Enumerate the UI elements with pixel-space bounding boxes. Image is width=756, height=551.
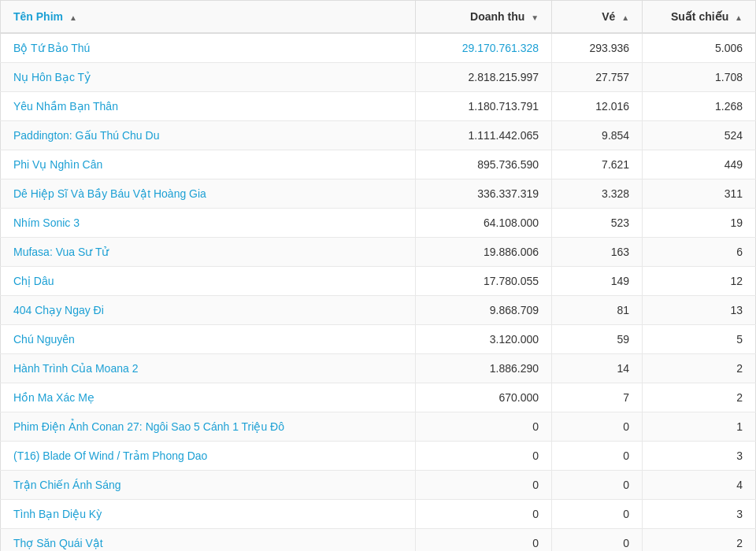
header-ve[interactable]: Vé ▲: [552, 1, 643, 34]
cell-ten-phim[interactable]: Mufasa: Vua Sư Tử: [1, 238, 416, 267]
cell-suat-chieu: 1.268: [643, 92, 756, 121]
table-row: Nụ Hôn Bạc Tỷ2.818.215.99727.7571.708: [1, 63, 756, 92]
table-row: Nhím Sonic 364.108.00052319: [1, 209, 756, 238]
movie-name-link[interactable]: Yêu Nhầm Bạn Thân: [13, 100, 118, 113]
table-row: Bộ Tứ Bảo Thú29.170.761.328293.9365.006: [1, 33, 756, 63]
sort-asc-icon-suat: ▲: [735, 13, 743, 22]
cell-doanh-thu: 0: [416, 529, 552, 552]
cell-doanh-thu: 64.108.000: [416, 209, 552, 238]
cell-doanh-thu: 670.000: [416, 383, 552, 412]
cell-doanh-thu: 336.337.319: [416, 179, 552, 209]
movie-name-link[interactable]: Hồn Ma Xác Mẹ: [13, 391, 94, 404]
cell-ten-phim[interactable]: Chị Dâu: [1, 267, 416, 296]
cell-ten-phim[interactable]: Phi Vụ Nghìn Cân: [1, 150, 416, 179]
cell-ten-phim[interactable]: Bộ Tứ Bảo Thú: [1, 33, 416, 63]
cell-doanh-thu: 0: [416, 412, 552, 442]
cell-ten-phim[interactable]: (T16) Blade Of Wind / Trảm Phong Dao: [1, 442, 416, 471]
cell-ve: 59: [552, 325, 643, 354]
cell-ten-phim[interactable]: Hành Trình Của Moana 2: [1, 354, 416, 383]
cell-doanh-thu: 1.886.290: [416, 354, 552, 383]
cell-suat-chieu: 3: [643, 442, 756, 471]
sort-desc-icon: ▼: [531, 13, 539, 22]
cell-ten-phim[interactable]: Trận Chiến Ánh Sáng: [1, 471, 416, 500]
movie-name-link[interactable]: Thợ Săn Quái Vật: [13, 537, 103, 549]
movie-name-link[interactable]: Tình Bạn Diệu Kỳ: [13, 508, 102, 520]
table-row: Dê Hiệp Sĩ Và Bầy Báu Vật Hoàng Gia336.3…: [1, 179, 756, 209]
cell-ve: 0: [552, 471, 643, 500]
movie-name-link[interactable]: Bộ Tứ Bảo Thú: [13, 42, 90, 54]
table-row: 404 Chạy Ngay Đi9.868.7098113: [1, 296, 756, 325]
cell-ten-phim[interactable]: Hồn Ma Xác Mẹ: [1, 383, 416, 412]
cell-doanh-thu: 895.736.590: [416, 150, 552, 179]
header-suat-chieu[interactable]: Suất chiếu ▲: [643, 1, 756, 34]
cell-suat-chieu: 449: [643, 150, 756, 179]
cell-ve: 163: [552, 238, 643, 267]
movie-name-link[interactable]: Chú Nguyên: [13, 333, 75, 346]
cell-suat-chieu: 2: [643, 354, 756, 383]
cell-suat-chieu: 3: [643, 500, 756, 529]
cell-doanh-thu: 0: [416, 442, 552, 471]
cell-ve: 0: [552, 412, 643, 442]
cell-suat-chieu: 12: [643, 267, 756, 296]
table-row: Trận Chiến Ánh Sáng004: [1, 471, 756, 500]
cell-doanh-thu: 9.868.709: [416, 296, 552, 325]
cell-ve: 149: [552, 267, 643, 296]
cell-ten-phim[interactable]: 404 Chạy Ngay Đi: [1, 296, 416, 325]
cell-suat-chieu: 1: [643, 412, 756, 442]
cell-ve: 523: [552, 209, 643, 238]
movie-name-link[interactable]: Phi Vụ Nghìn Cân: [13, 158, 102, 171]
table-row: Mufasa: Vua Sư Tử19.886.0061636: [1, 238, 756, 267]
movie-name-link[interactable]: 404 Chạy Ngay Đi: [13, 304, 104, 316]
sort-asc-icon: ▲: [69, 13, 77, 22]
table-row: Phi Vụ Nghìn Cân895.736.5907.621449: [1, 150, 756, 179]
cell-suat-chieu: 6: [643, 238, 756, 267]
cell-ten-phim[interactable]: Yêu Nhầm Bạn Thân: [1, 92, 416, 121]
cell-ten-phim[interactable]: Chú Nguyên: [1, 325, 416, 354]
cell-ten-phim[interactable]: Nụ Hôn Bạc Tỷ: [1, 63, 416, 92]
cell-ve: 0: [552, 529, 643, 552]
table-row: Chị Dâu17.780.05514912: [1, 267, 756, 296]
movie-name-link[interactable]: Chị Dâu: [13, 275, 54, 287]
cell-ve: 0: [552, 442, 643, 471]
movie-name-link[interactable]: Mufasa: Vua Sư Tử: [13, 246, 109, 258]
cell-ten-phim[interactable]: Paddington: Gấu Thú Chu Du: [1, 121, 416, 150]
table-row: Hành Trình Của Moana 21.886.290142: [1, 354, 756, 383]
cell-suat-chieu: 524: [643, 121, 756, 150]
movie-name-link[interactable]: (T16) Blade Of Wind / Trảm Phong Dao: [13, 449, 207, 462]
cell-suat-chieu: 311: [643, 179, 756, 209]
movie-name-link[interactable]: Hành Trình Của Moana 2: [13, 362, 138, 375]
cell-ten-phim[interactable]: Tình Bạn Diệu Kỳ: [1, 500, 416, 529]
table-row: Hồn Ma Xác Mẹ670.00072: [1, 383, 756, 412]
table-row: Phim Điện Ảnh Conan 27: Ngôi Sao 5 Cánh …: [1, 412, 756, 442]
cell-ve: 293.936: [552, 33, 643, 63]
movie-name-link[interactable]: Phim Điện Ảnh Conan 27: Ngôi Sao 5 Cánh …: [13, 420, 284, 433]
cell-suat-chieu: 5.006: [643, 33, 756, 63]
movie-name-link[interactable]: Nhím Sonic 3: [13, 216, 80, 229]
cell-ten-phim[interactable]: Dê Hiệp Sĩ Và Bầy Báu Vật Hoàng Gia: [1, 179, 416, 209]
movie-name-link[interactable]: Nụ Hôn Bạc Tỷ: [13, 71, 91, 83]
table-header-row: Tên Phim ▲ Doanh thu ▼ Vé ▲ Suất chiếu ▲: [1, 1, 756, 34]
cell-ve: 9.854: [552, 121, 643, 150]
cell-ten-phim[interactable]: Phim Điện Ảnh Conan 27: Ngôi Sao 5 Cánh …: [1, 412, 416, 442]
table-row: Paddington: Gấu Thú Chu Du1.111.442.0659…: [1, 121, 756, 150]
table-row: Thợ Săn Quái Vật002: [1, 529, 756, 552]
cell-ve: 14: [552, 354, 643, 383]
movie-name-link[interactable]: Paddington: Gấu Thú Chu Du: [13, 129, 159, 142]
header-doanh-thu[interactable]: Doanh thu ▼: [416, 1, 552, 34]
cell-ten-phim[interactable]: Thợ Săn Quái Vật: [1, 529, 416, 552]
movies-table: Tên Phim ▲ Doanh thu ▼ Vé ▲ Suất chiếu ▲…: [0, 0, 756, 551]
cell-ve: 81: [552, 296, 643, 325]
table-body: Bộ Tứ Bảo Thú29.170.761.328293.9365.006N…: [1, 33, 756, 551]
cell-ten-phim[interactable]: Nhím Sonic 3: [1, 209, 416, 238]
movie-name-link[interactable]: Dê Hiệp Sĩ Và Bầy Báu Vật Hoàng Gia: [13, 187, 206, 200]
cell-suat-chieu: 2: [643, 529, 756, 552]
cell-suat-chieu: 13: [643, 296, 756, 325]
cell-ve: 7: [552, 383, 643, 412]
table-row: Chú Nguyên3.120.000595: [1, 325, 756, 354]
cell-doanh-thu: 0: [416, 500, 552, 529]
movie-name-link[interactable]: Trận Chiến Ánh Sáng: [13, 479, 121, 491]
header-ten-phim[interactable]: Tên Phim ▲: [1, 1, 416, 34]
cell-doanh-thu: 3.120.000: [416, 325, 552, 354]
cell-doanh-thu: 19.886.006: [416, 238, 552, 267]
cell-suat-chieu: 1.708: [643, 63, 756, 92]
